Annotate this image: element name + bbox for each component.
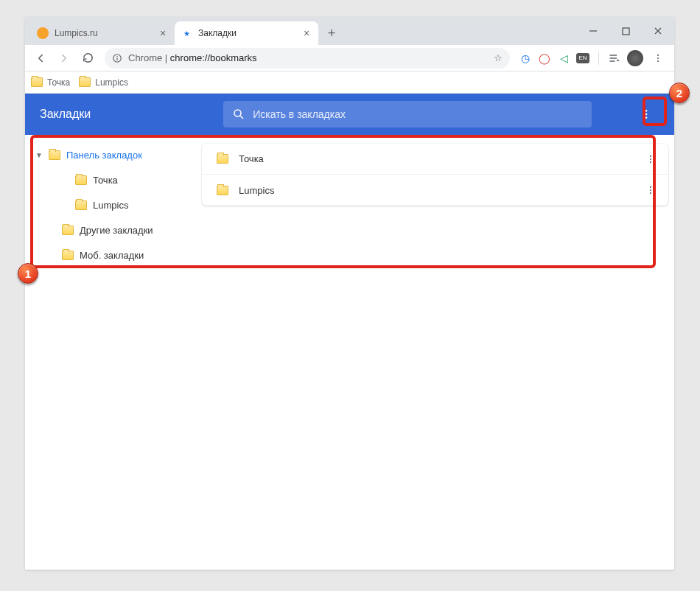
svg-point-19 [650,189,651,191]
chrome-menu-button[interactable] [649,47,667,69]
svg-point-10 [234,110,241,116]
svg-point-20 [650,192,651,194]
tree-label: Точка [93,175,118,186]
tree-child-item[interactable]: ▼ Lumpics [25,192,202,217]
tree-other-bookmarks[interactable]: ▼ Другие закладки [25,217,202,242]
tabstrip: Lumpics.ru × ★ Закладки × + [25,17,674,45]
svg-point-16 [650,158,651,159]
page-title: Закладки [40,108,91,121]
address-bar[interactable]: Chrome | chrome://bookmarks ☆ [105,48,510,69]
extension-icon[interactable]: ◯ [538,52,551,65]
profile-avatar[interactable] [627,50,643,66]
close-button[interactable] [642,19,674,43]
list-card: Точка Lumpics [202,144,668,206]
maximize-button[interactable] [609,19,642,43]
tree-mobile-bookmarks[interactable]: ▼ Моб. закладки [25,242,202,267]
folder-icon [31,77,43,87]
tree-label: Lumpics [93,200,128,211]
browser-window: Lumpics.ru × ★ Закладки × + [25,17,674,570]
item-menu-button[interactable] [639,178,662,202]
back-button[interactable] [29,47,52,69]
folder-icon [62,225,74,235]
tree-label: Панель закладок [66,150,142,161]
svg-rect-1 [623,28,629,35]
bookmarks-bar-item[interactable]: Lumpics [79,77,128,88]
window-controls [577,17,674,45]
svg-point-15 [650,155,651,156]
chevron-down-icon[interactable]: ▼ [35,151,43,159]
extension-icon[interactable]: ◷ [519,52,532,65]
page-menu-button[interactable] [633,101,659,127]
svg-point-13 [645,113,648,116]
media-icon[interactable] [608,52,621,65]
site-info-icon[interactable] [112,53,124,63]
bookmark-list: Точка Lumpics [202,135,674,570]
search-bar[interactable] [223,101,592,127]
folder-icon [75,175,87,185]
favicon-star-icon: ★ [181,27,192,39]
tree-child-item[interactable]: ▼ Точка [25,167,202,192]
bookmarks-bar-label: Точка [47,77,70,88]
extension-icons: ◷ ◯ ◁ EN [516,47,670,69]
tab-title: Lumpics.ru [55,28,157,38]
minimize-button[interactable] [577,19,609,43]
svg-point-14 [645,116,648,119]
bookmarks-page: Закладки ▼ Панель закладок ▼ То [25,94,674,570]
forward-button[interactable] [53,47,75,69]
svg-line-11 [241,116,244,119]
close-icon[interactable]: × [301,27,312,39]
folder-icon [62,251,74,260]
url-host: Chrome [128,52,162,63]
page-content: ▼ Панель закладок ▼ Точка ▼ Lumpics ▼ [25,135,674,570]
svg-rect-6 [116,57,117,60]
item-menu-button[interactable] [639,147,662,171]
svg-point-17 [650,161,651,163]
list-item[interactable]: Lumpics [202,175,668,206]
folder-icon [49,150,60,160]
search-input[interactable] [253,108,583,120]
url-path: chrome://bookmarks [170,52,257,63]
reload-button[interactable] [77,47,99,69]
svg-point-5 [116,55,117,56]
svg-point-18 [650,186,651,188]
page-header: Закладки [25,94,674,135]
favicon-lumpics [37,27,49,39]
folder-icon [75,200,87,210]
folder-icon [217,154,228,164]
bookmark-star-icon[interactable]: ☆ [494,52,503,63]
extension-icon[interactable]: ◁ [557,52,570,65]
tree-label: Другие закладки [80,225,153,236]
folder-icon [79,77,91,87]
svg-point-12 [645,110,648,112]
list-item-label: Lumpics [239,185,274,196]
tab-title: Закладки [198,28,301,38]
close-icon[interactable]: × [157,27,169,39]
tree-label: Моб. закладки [80,250,144,261]
search-icon [232,108,245,121]
tab-lumpics[interactable]: Lumpics.ru × [31,21,175,45]
bookmarks-bar: Точка Lumpics [25,71,674,94]
bookmarks-bar-label: Lumpics [95,77,128,88]
list-item-label: Точка [239,153,264,164]
tab-bookmarks[interactable]: ★ Закладки × [175,21,318,45]
bookmarks-bar-item[interactable]: Точка [31,77,70,88]
svg-point-9 [657,60,659,62]
folder-icon [217,186,228,195]
toolbar: Chrome | chrome://bookmarks ☆ ◷ ◯ ◁ EN [25,45,674,71]
list-item[interactable]: Точка [202,144,668,175]
separator [598,52,599,65]
svg-point-8 [657,57,659,58]
tree-root-bookmarks-bar[interactable]: ▼ Панель закладок [25,142,202,167]
extension-icon[interactable]: EN [576,53,589,63]
svg-point-7 [657,54,659,55]
folder-tree: ▼ Панель закладок ▼ Точка ▼ Lumpics ▼ [25,135,202,570]
new-tab-button[interactable]: + [321,23,342,43]
